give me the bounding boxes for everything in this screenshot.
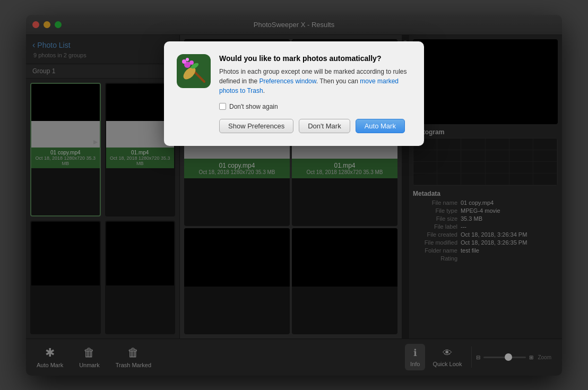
show-preferences-button[interactable]: Show Preferences	[219, 119, 293, 133]
modal-dialog: Would you like to mark photos automatica…	[164, 41, 424, 146]
dont-show-checkbox[interactable]	[219, 103, 226, 110]
dont-show-row: Don't show again	[219, 103, 411, 110]
main-window: PhotoSweeper X - Results ‹ Photo List 9 …	[26, 15, 562, 376]
modal-body-text: Photos in each group except one will be …	[219, 67, 411, 96]
svg-point-3	[189, 60, 194, 65]
modal-body: Would you like to mark photos automatica…	[219, 54, 411, 133]
modal-buttons: Show Preferences Don't Mark Auto Mark	[219, 119, 411, 133]
modal-overlay: Would you like to mark photos automatica…	[26, 15, 562, 376]
modal-app-icon	[177, 54, 211, 88]
dont-mark-button[interactable]: Don't Mark	[299, 119, 350, 133]
preferences-link[interactable]: Preferences window	[259, 77, 316, 85]
svg-point-2	[182, 59, 186, 64]
modal-title: Would you like to mark photos automatica…	[219, 54, 411, 63]
dont-show-label: Don't show again	[229, 103, 278, 110]
app-icon-svg	[177, 54, 211, 88]
auto-mark-dialog-button[interactable]: Auto Mark	[356, 119, 405, 133]
svg-point-4	[186, 58, 189, 61]
